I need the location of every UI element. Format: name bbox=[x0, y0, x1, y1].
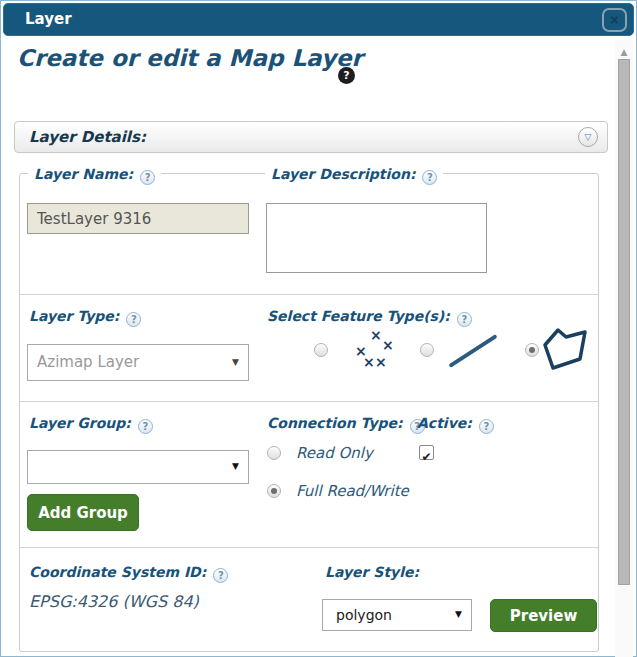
layer-description-input[interactable] bbox=[266, 203, 487, 273]
layer-details-panel: Layer Name:? Layer Description:? Layer T… bbox=[19, 173, 599, 652]
layer-type-help-icon[interactable]: ? bbox=[126, 312, 141, 327]
layer-group-labelblock: Layer Group:? bbox=[29, 413, 153, 434]
coordinate-system-help-icon[interactable]: ? bbox=[213, 568, 228, 583]
coordinate-system-labelblock: Coordinate System ID:? bbox=[29, 562, 228, 583]
titlebar: Layer × bbox=[3, 3, 634, 36]
layer-style-value: polygon bbox=[323, 600, 471, 630]
layer-name-legend: Layer Name:? bbox=[28, 164, 161, 185]
layer-group-label: Layer Group: bbox=[29, 415, 131, 431]
point-mark: × bbox=[363, 355, 375, 369]
collapse-toggle-icon[interactable]: ▽ bbox=[578, 127, 598, 147]
scroll-up-icon[interactable]: ▲ bbox=[615, 40, 633, 59]
layer-type-label: Layer Type: bbox=[29, 308, 119, 324]
connection-radio-read-only[interactable] bbox=[267, 446, 281, 460]
feature-type-help-icon[interactable]: ? bbox=[457, 312, 472, 327]
layer-name-input[interactable] bbox=[27, 203, 249, 234]
coordinate-system-label: Coordinate System ID: bbox=[29, 564, 206, 580]
polygon-icon[interactable] bbox=[539, 326, 591, 376]
add-group-button[interactable]: Add Group bbox=[27, 494, 139, 531]
chevron-down-icon: ▼ bbox=[232, 461, 239, 471]
name-description-row: Layer Name:? Layer Description:? bbox=[20, 174, 598, 294]
active-checkbox[interactable]: ✔ bbox=[419, 445, 434, 460]
point-mark: × bbox=[375, 355, 387, 369]
connection-type-labelblock: Connection Type:? bbox=[267, 413, 425, 434]
close-icon: × bbox=[610, 11, 619, 28]
layer-name-label: Layer Name: bbox=[34, 166, 133, 182]
group-connection-row: Layer Group:? ▼ Add Group Connection Typ… bbox=[20, 401, 598, 547]
layer-description-help-icon[interactable]: ? bbox=[422, 170, 437, 185]
layer-type-select[interactable]: Azimap Layer ▼ bbox=[27, 344, 249, 381]
layer-details-title: Layer Details: bbox=[15, 128, 146, 146]
layer-style-labelblock: Layer Style: bbox=[325, 562, 419, 581]
point-mark: × bbox=[382, 338, 394, 352]
close-button[interactable]: × bbox=[602, 8, 627, 32]
layer-type-value: Azimap Layer bbox=[28, 345, 248, 380]
feature-type-radio-polygon[interactable] bbox=[525, 343, 539, 357]
active-labelblock: Active:? bbox=[417, 413, 494, 434]
chevron-down-icon: ▼ bbox=[455, 609, 462, 619]
full-read-write-label[interactable]: Full Read/Write bbox=[296, 482, 409, 500]
preview-button[interactable]: Preview bbox=[490, 599, 597, 632]
connection-type-label: Connection Type: bbox=[267, 415, 403, 431]
type-feature-row: Layer Type:? Azimap Layer ▼ Select Featu… bbox=[20, 294, 598, 401]
active-label: Active: bbox=[417, 415, 472, 431]
layer-group-help-icon[interactable]: ? bbox=[138, 419, 153, 434]
layer-dialog: Layer × Create or edit a Map Layer ? Lay… bbox=[0, 0, 637, 657]
layer-type-labelblock: Layer Type:? bbox=[29, 306, 141, 327]
layer-group-select[interactable]: ▼ bbox=[27, 450, 249, 484]
layer-details-header[interactable]: Layer Details: ▽ bbox=[14, 121, 608, 153]
read-only-label[interactable]: Read Only bbox=[296, 444, 373, 462]
feature-type-label: Select Feature Type(s): bbox=[267, 308, 450, 324]
scrollbar-thumb[interactable] bbox=[618, 59, 630, 585]
coordinate-style-row: Coordinate System ID:? EPSG:4326 (WGS 84… bbox=[20, 547, 598, 651]
heading-help-icon[interactable]: ? bbox=[338, 67, 355, 84]
layer-style-label: Layer Style: bbox=[325, 564, 419, 580]
layer-name-help-icon[interactable]: ? bbox=[140, 170, 155, 185]
layer-description-label: Layer Description: bbox=[271, 166, 415, 182]
coordinate-system-value: EPSG:4326 (WGS 84) bbox=[29, 592, 199, 611]
layer-description-legend: Layer Description:? bbox=[265, 164, 443, 185]
line-icon[interactable] bbox=[447, 333, 499, 369]
page-title: Create or edit a Map Layer bbox=[17, 45, 363, 71]
feature-type-radio-line[interactable] bbox=[420, 343, 434, 357]
layer-style-select[interactable]: polygon ▼ bbox=[322, 599, 472, 631]
active-help-icon[interactable]: ? bbox=[479, 419, 494, 434]
feature-type-radio-points[interactable] bbox=[314, 343, 328, 357]
connection-radio-full-read-write[interactable] bbox=[267, 484, 281, 498]
feature-type-labelblock: Select Feature Type(s):? bbox=[267, 306, 472, 327]
chevron-down-icon: ▼ bbox=[232, 357, 239, 367]
dialog-title: Layer bbox=[4, 4, 633, 35]
check-icon: ✔ bbox=[421, 450, 431, 464]
point-mark: × bbox=[370, 328, 382, 342]
points-icon[interactable]: × × × × × bbox=[352, 328, 398, 374]
scrollbar[interactable]: ▲ bbox=[615, 40, 633, 657]
